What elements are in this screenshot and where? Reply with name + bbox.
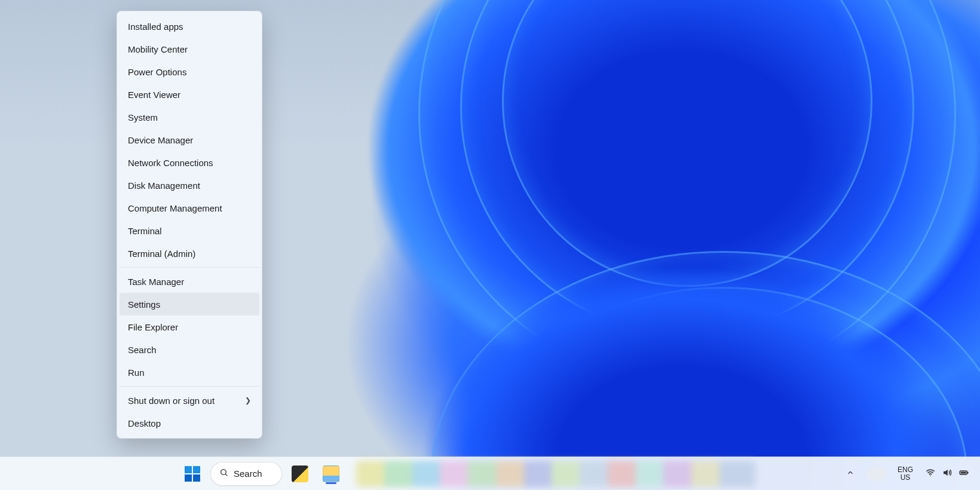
menu-item-label: Terminal xyxy=(128,226,162,236)
menu-item-label: Event Viewer xyxy=(128,90,180,100)
taskbar-search-label: Search xyxy=(234,468,262,479)
battery-icon xyxy=(958,467,969,480)
menu-installed-apps[interactable]: Installed apps xyxy=(120,15,259,38)
svg-rect-6 xyxy=(967,471,969,473)
menu-task-manager[interactable]: Task Manager xyxy=(120,270,259,293)
taskbar-pinned-apps-obscured[interactable] xyxy=(356,461,755,487)
winx-menu[interactable]: Installed apps Mobility Center Power Opt… xyxy=(117,11,262,439)
menu-item-label: Settings xyxy=(128,299,160,310)
menu-item-label: System xyxy=(128,112,158,122)
menu-item-label: Disk Management xyxy=(128,180,200,191)
windows-logo-icon xyxy=(185,466,200,482)
svg-point-2 xyxy=(930,475,931,476)
tray-status-icon-obscured[interactable] xyxy=(862,462,892,486)
svg-rect-5 xyxy=(961,471,966,473)
menu-terminal[interactable]: Terminal xyxy=(120,219,259,242)
menu-item-label: Computer Management xyxy=(128,203,222,213)
menu-item-label: Network Connections xyxy=(128,158,213,168)
language-code: ENG xyxy=(898,466,913,474)
menu-run[interactable]: Run xyxy=(120,361,259,384)
menu-item-label: Run xyxy=(128,368,145,378)
file-explorer-icon xyxy=(323,466,339,482)
taskbar: Search ENG US xyxy=(0,457,980,490)
menu-item-label: Desktop xyxy=(128,418,161,428)
menu-settings[interactable]: Settings xyxy=(120,293,259,316)
menu-power-options[interactable]: Power Options xyxy=(120,60,259,83)
menu-item-label: Task Manager xyxy=(128,277,184,287)
start-button[interactable] xyxy=(179,461,206,487)
chevron-up-icon xyxy=(846,468,855,479)
search-icon xyxy=(219,468,229,479)
menu-disk-management[interactable]: Disk Management xyxy=(120,174,259,197)
taskbar-app-file-explorer[interactable] xyxy=(318,461,344,487)
taskbar-app-sticky-notes[interactable] xyxy=(287,461,313,487)
menu-desktop[interactable]: Desktop xyxy=(120,412,259,434)
menu-separator xyxy=(120,267,259,268)
svg-point-0 xyxy=(221,470,226,475)
tray-overflow-button[interactable] xyxy=(841,462,859,486)
menu-system[interactable]: System xyxy=(120,106,259,128)
menu-terminal-admin[interactable]: Terminal (Admin) xyxy=(120,242,259,265)
chevron-right-icon: ❯ xyxy=(245,396,251,405)
menu-network-connections[interactable]: Network Connections xyxy=(120,151,259,174)
speaker-icon xyxy=(942,467,953,480)
menu-file-explorer[interactable]: File Explorer xyxy=(120,316,259,338)
wifi-icon xyxy=(925,467,936,480)
menu-mobility-center[interactable]: Mobility Center xyxy=(120,38,259,60)
menu-item-label: Shut down or sign out xyxy=(128,396,215,406)
menu-item-label: Search xyxy=(128,345,157,355)
tray-language-button[interactable]: ENG US xyxy=(894,462,917,486)
menu-separator xyxy=(120,386,259,387)
menu-event-viewer[interactable]: Event Viewer xyxy=(120,83,259,106)
language-region: US xyxy=(898,474,913,482)
svg-line-1 xyxy=(225,474,227,476)
menu-computer-management[interactable]: Computer Management xyxy=(120,197,259,219)
taskbar-search[interactable]: Search xyxy=(210,462,282,486)
menu-item-label: Terminal (Admin) xyxy=(128,249,195,259)
menu-item-label: Device Manager xyxy=(128,135,193,145)
menu-item-label: Power Options xyxy=(128,67,186,77)
menu-item-label: Installed apps xyxy=(128,22,183,32)
menu-item-label: File Explorer xyxy=(128,322,178,332)
tray-quick-settings[interactable] xyxy=(919,462,975,486)
onedrive-icon xyxy=(866,467,887,480)
svg-marker-3 xyxy=(944,469,948,476)
sticky-notes-icon xyxy=(292,466,308,482)
menu-search[interactable]: Search xyxy=(120,338,259,361)
menu-item-label: Mobility Center xyxy=(128,44,188,54)
menu-device-manager[interactable]: Device Manager xyxy=(120,128,259,151)
menu-shutdown-signout[interactable]: Shut down or sign out ❯ xyxy=(120,389,259,412)
